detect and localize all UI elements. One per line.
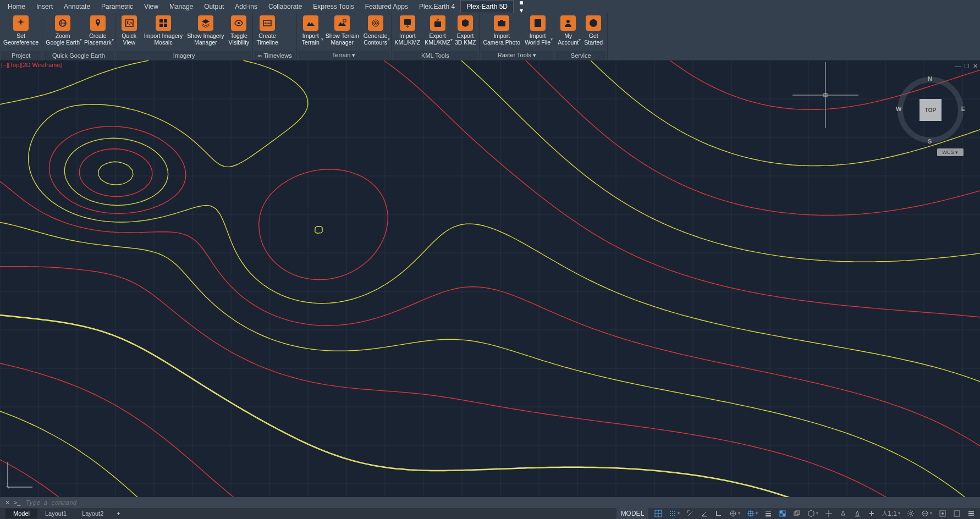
compass-w[interactable]: W (896, 106, 901, 112)
dropdown-arrow-icon: ▾ (550, 37, 553, 42)
status-plus-toggle[interactable] (865, 509, 878, 518)
status-osnap-toggle[interactable] (744, 509, 761, 518)
menu-parametric[interactable]: Parametric (96, 1, 139, 13)
ribbon-panel-title[interactable]: Imagery (117, 51, 252, 60)
compass-s[interactable]: S (928, 138, 932, 145)
ribbon-button-label: Set Georeference (3, 32, 38, 46)
status-annotation-scale[interactable]: 人 1:1 (879, 509, 903, 518)
compass-e[interactable]: E (961, 106, 965, 112)
svg-rect-7 (159, 24, 163, 27)
status-iso-button[interactable] (918, 509, 935, 518)
drawing-canvas[interactable] (0, 60, 980, 497)
maximize-icon[interactable]: ☐ (964, 63, 970, 70)
viewcube-top-face[interactable]: TOP (920, 99, 942, 121)
ribbon-button-label: Generate Contours (364, 32, 388, 46)
ribbon-create-placemark-button[interactable]: Create Placemark▾ (82, 14, 114, 51)
status-lineweight-toggle[interactable] (762, 509, 775, 518)
compass-n[interactable]: N (928, 75, 932, 82)
ribbon-zoom-google-earth-button[interactable]: Zoom Google Earth▾ (43, 14, 82, 51)
wcs-dropdown[interactable]: WCS ▾ (937, 148, 964, 156)
command-config-icon[interactable]: >_ (12, 499, 22, 506)
ribbon-panel-title[interactable]: Terrain ▾ (298, 51, 390, 60)
menu-featured-apps[interactable]: Featured Apps (360, 1, 414, 13)
svg-point-9 (238, 22, 240, 24)
drawing-viewport[interactable]: [−][Top][2D Wireframe] — ☐ ✕ TOP N S E W… (0, 60, 980, 497)
kmlout-icon (430, 15, 445, 31)
minimize-icon[interactable]: — (955, 63, 961, 70)
globe-icon (55, 15, 70, 31)
ribbon-panel-title[interactable]: Project (1, 51, 41, 60)
ribbon-export-3d-kmz-button[interactable]: Export 3D KMZ (453, 14, 478, 51)
ribbon-panel-title[interactable]: Quick Google Earth (43, 51, 113, 60)
menu-output[interactable]: Output (199, 1, 229, 13)
ribbon-show-terrain-manager-button[interactable]: Show Terrain Manager (323, 14, 361, 51)
status-ortho-toggle[interactable] (712, 509, 725, 518)
status-gear-button[interactable] (904, 509, 917, 518)
ribbon-panel-title[interactable]: Service (555, 51, 606, 60)
svg-point-21 (500, 22, 503, 25)
svg-point-101 (910, 512, 912, 515)
ribbon-generate-contours-button[interactable]: Generate Contours▾ (361, 14, 390, 51)
ribbon-get-started-button[interactable]: Get Started (581, 14, 606, 51)
svg-point-78 (672, 513, 673, 514)
status-polar-toggle[interactable] (726, 509, 743, 518)
ribbon-toggle-visibility-button[interactable]: Toggle Visibility (226, 14, 251, 51)
status-cycle-toggle[interactable] (790, 509, 803, 518)
status-annscale-toggle[interactable] (851, 509, 864, 518)
ribbon-button-label: Zoom Google Earth (46, 32, 80, 46)
svg-rect-19 (434, 21, 441, 27)
layers-icon (198, 15, 213, 31)
menu-plex-earth-5d[interactable]: Plex-Earth 5D (460, 0, 514, 13)
ribbon-import-kml-kmz-button[interactable]: Import KML/KMZ (393, 14, 423, 51)
ribbon-import-world-file-button[interactable]: WImport World File▾ (522, 14, 553, 51)
ribbon-export-kml-kmz-button[interactable]: Export KML/KMZ▾ (422, 14, 453, 51)
ribbon-my-account-button[interactable]: My Account▾ (555, 14, 581, 51)
viewport-window-controls[interactable]: — ☐ ✕ (955, 63, 978, 70)
status-customize-button[interactable] (965, 509, 978, 518)
menu-annotate[interactable]: Annotate (58, 1, 96, 13)
ribbon-panel-title[interactable]: ∞ Timeviews (254, 51, 295, 60)
status-3dsnap-toggle[interactable] (805, 509, 821, 518)
ribbon-panel-title[interactable]: KML Tools (393, 51, 478, 60)
status-infer-toggle[interactable] (684, 509, 697, 518)
timeline-icon (260, 15, 275, 31)
reference-grid (0, 60, 980, 497)
ribbon-show-imagery-manager-button[interactable]: Show Imagery Manager (185, 14, 226, 51)
menu-collaborate[interactable]: Collaborate (263, 1, 307, 13)
viewport-label[interactable]: [−][Top][2D Wireframe] (1, 62, 62, 68)
menu-insert[interactable]: Insert (31, 1, 58, 13)
svg-text:W: W (536, 21, 539, 25)
status-fullscreen-button[interactable] (950, 509, 964, 518)
status-transparency-toggle[interactable] (776, 509, 789, 518)
status-config-button[interactable] (936, 509, 949, 518)
tab-layout1[interactable]: Layout1 (37, 509, 74, 518)
command-close-icon[interactable]: ✕ (2, 499, 12, 506)
bottom-bar: Model Layout1 Layout2 + MODEL人 1:1 (0, 508, 980, 519)
menu-home[interactable]: Home (2, 1, 31, 13)
close-icon[interactable]: ✕ (973, 63, 978, 70)
ribbon-button-label: Import Terrain (302, 32, 320, 46)
status-grid-toggle[interactable] (652, 509, 665, 518)
tab-layout2[interactable]: Layout2 (74, 509, 111, 518)
ribbon-set-georeference-button[interactable]: Set Georeference (1, 14, 41, 51)
tab-model[interactable]: Model (5, 509, 37, 518)
ribbon-import-camera-photo-button[interactable]: Import Camera Photo (481, 14, 522, 51)
menu-plex-earth-4[interactable]: Plex.Earth 4 (414, 1, 460, 13)
menu-addins[interactable]: Add-ins (229, 1, 263, 13)
ribbon-create-timeline-button[interactable]: Create Timeline (254, 14, 280, 51)
status-dyn-toggle[interactable] (822, 509, 835, 518)
ribbon-import-imagery-mosaic-button[interactable]: Import Imagery Mosaic (142, 14, 185, 51)
menu-express-tools[interactable]: Express Tools (307, 1, 359, 13)
menu-view[interactable]: View (139, 1, 164, 13)
command-input[interactable] (22, 499, 978, 506)
status-ann-toggle[interactable] (836, 509, 850, 518)
status-angle-toggle[interactable] (698, 509, 711, 518)
menu-manage[interactable]: Manage (164, 1, 199, 13)
status-model-space[interactable]: MODEL (616, 508, 649, 519)
status-snap-toggle[interactable] (666, 509, 682, 518)
ribbon-import-terrain-button[interactable]: Import Terrain▾ (298, 14, 323, 51)
tab-add-button[interactable]: + (111, 509, 125, 518)
ribbon-panel-title[interactable]: Raster Tools ▾ (481, 51, 553, 60)
viewcube[interactable]: TOP N S E W (898, 77, 964, 143)
ribbon-quick-view-button[interactable]: Quick View (117, 14, 142, 51)
